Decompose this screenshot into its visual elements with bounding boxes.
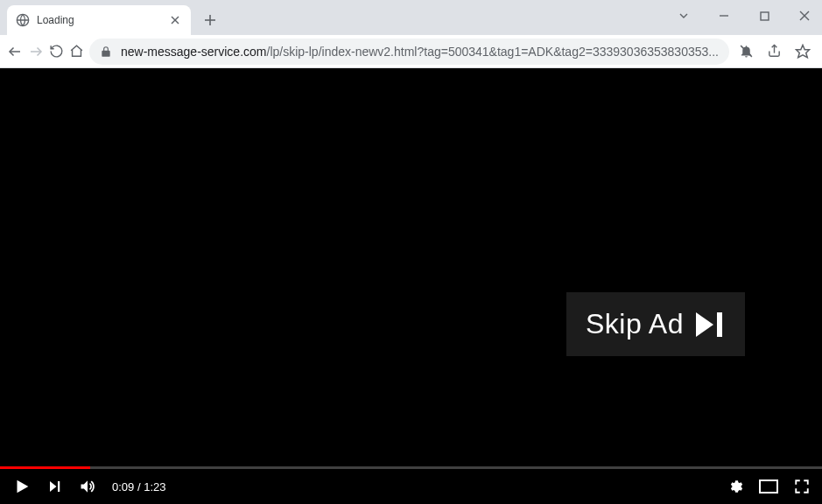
svg-rect-20 [717,312,722,337]
close-window-button[interactable] [792,7,817,24]
forward-button[interactable] [28,39,44,64]
share-icon[interactable] [762,39,787,64]
bookmark-star-icon[interactable] [790,39,815,64]
skip-forward-icon [696,312,726,337]
notifications-muted-icon[interactable] [734,39,759,64]
play-button[interactable] [12,477,32,496]
url-path: /lp/skip-lp/index-newv2.html?tag=500341&… [267,45,719,59]
svg-marker-19 [696,312,713,337]
toolbar-right [734,39,822,64]
globe-icon [16,13,30,27]
lock-icon [100,46,112,58]
close-tab-button[interactable] [168,13,182,27]
browser-chrome: Loading n [0,0,822,68]
back-button[interactable] [7,39,23,64]
svg-marker-21 [18,480,29,494]
reload-button[interactable] [49,39,64,64]
video-player-controls: 0:09 / 1:23 [0,469,822,504]
caret-down-icon[interactable] [671,7,696,24]
url-text: new-message-service.com/lp/skip-lp/index… [121,45,719,59]
time-total: 1:23 [144,480,165,494]
skip-ad-button[interactable]: Skip Ad [566,292,745,356]
window-controls [671,7,817,24]
next-button[interactable] [47,479,63,494]
svg-rect-6 [761,12,769,20]
settings-gear-icon[interactable] [727,479,743,494]
svg-rect-23 [58,481,60,492]
extensions-icon[interactable] [818,39,822,64]
theater-mode-icon[interactable] [759,480,778,494]
url-domain: new-message-service.com [121,45,267,59]
time-display: 0:09 / 1:23 [112,480,165,494]
page-viewport: Skip Ad 0:09 / 1:23 [0,68,822,504]
fullscreen-icon[interactable] [794,479,810,494]
browser-toolbar: new-message-service.com/lp/skip-lp/index… [0,35,822,68]
address-bar[interactable]: new-message-service.com/lp/skip-lp/index… [89,38,729,65]
svg-rect-25 [760,480,777,493]
browser-tab[interactable]: Loading [7,5,191,35]
home-button[interactable] [69,39,84,64]
maximize-button[interactable] [752,7,776,24]
time-elapsed: 0:09 [112,480,134,494]
svg-marker-24 [81,480,88,492]
skip-ad-label: Skip Ad [586,308,684,340]
new-tab-button[interactable] [198,8,222,32]
svg-marker-22 [50,481,57,492]
svg-marker-13 [796,45,809,57]
tab-title: Loading [37,14,168,26]
tab-strip: Loading [0,0,822,35]
volume-button[interactable] [79,478,96,495]
minimize-button[interactable] [712,7,736,24]
